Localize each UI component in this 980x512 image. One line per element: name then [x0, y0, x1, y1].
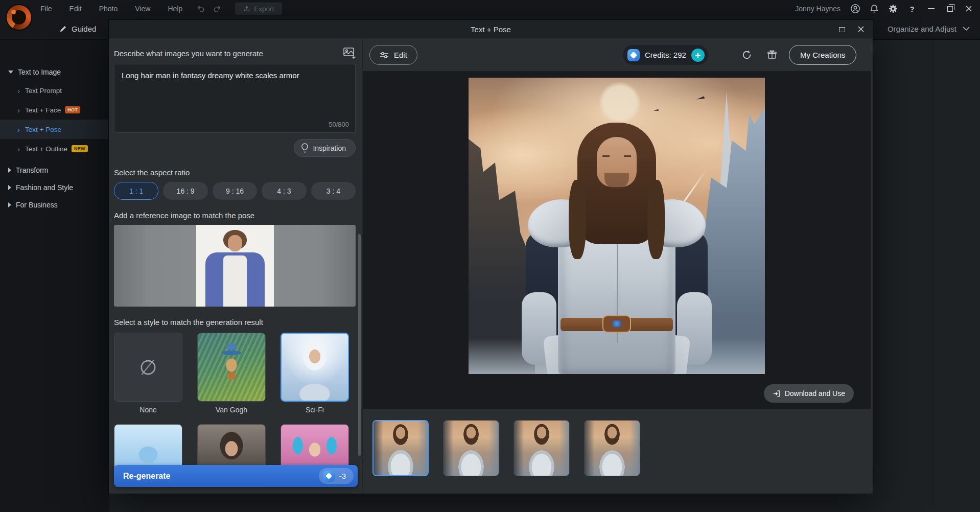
settings-gear-icon[interactable]: [888, 4, 898, 14]
style-name: Van Gogh: [197, 406, 266, 414]
add-credits-button[interactable]: +: [691, 49, 705, 62]
item-label: Text Prompt: [25, 87, 62, 95]
style-label: Select a style to match the generation r…: [114, 318, 356, 327]
style-none-art: ∅: [114, 333, 182, 402]
aspect-3-4-button[interactable]: 3 : 4: [311, 182, 356, 200]
text-pose-dialog: Text + Pose Describe what images you wan…: [109, 20, 873, 494]
style-van-gogh-art: [197, 333, 266, 402]
aspect-9-16-button[interactable]: 9 : 16: [213, 182, 257, 200]
dialog-title: Text + Pose: [471, 25, 511, 34]
export-label: Export: [254, 5, 274, 13]
style-options-row: ∅ None Van Gogh Sci-Fi: [114, 333, 356, 414]
menu-view[interactable]: View: [126, 0, 159, 17]
sliders-icon: [380, 52, 389, 59]
undo-icon[interactable]: [194, 3, 207, 14]
organize-label: Organize and Adjust: [888, 25, 956, 33]
export-button[interactable]: Export: [235, 3, 282, 15]
user-name[interactable]: Jonny Haynes: [795, 5, 841, 13]
menu-file[interactable]: File: [32, 0, 61, 17]
redo-icon[interactable]: [211, 3, 224, 14]
inspiration-button[interactable]: Inspiration: [294, 139, 356, 157]
airship-art: [696, 96, 705, 101]
moon-art: [599, 82, 641, 124]
section-label: Text to Image: [18, 68, 61, 76]
menu-help[interactable]: Help: [159, 0, 191, 17]
result-thumbnail-3[interactable]: [514, 420, 570, 476]
dialog-close-icon[interactable]: [857, 26, 865, 33]
dialog-titlebar[interactable]: Text + Pose: [109, 20, 873, 38]
pose-reference-image[interactable]: [114, 225, 356, 307]
regenerate-button[interactable]: Re-generate -3: [114, 465, 358, 487]
knight-hair-lock-art: [569, 180, 586, 259]
thumbnail-art: [444, 421, 499, 476]
prompt-label: Describe what images you want to generat…: [114, 49, 263, 58]
thumbnail-art: [514, 421, 569, 476]
credits-pill[interactable]: Credits: 292 +: [623, 45, 708, 65]
airship-art: [654, 109, 659, 112]
menubar-right: Jonny Haynes ?: [795, 0, 974, 17]
preview-stage: Download and Use: [363, 71, 871, 409]
left-sidebar: Text to Image › Text Prompt › Text + Fac…: [0, 40, 109, 512]
pose-photo: [196, 225, 274, 307]
help-icon[interactable]: ?: [907, 4, 917, 14]
style-name: None: [114, 406, 182, 414]
triangle-right-icon: [8, 168, 11, 173]
sidebar-section-for-business[interactable]: For Business: [0, 196, 109, 214]
regenerate-cost: -3: [319, 468, 354, 484]
credit-gem-icon: [627, 49, 640, 61]
triangle-down-icon: [8, 71, 13, 74]
thumbnail-art: [585, 421, 640, 476]
window-close-button[interactable]: [964, 4, 974, 14]
notifications-bell-icon[interactable]: [869, 4, 879, 14]
download-and-use-button[interactable]: Download and Use: [764, 384, 854, 403]
menu-edit[interactable]: Edit: [61, 0, 90, 17]
pose-figure-face: [228, 235, 242, 251]
sidebar-item-text-outline[interactable]: › Text + Outline NEW: [0, 139, 109, 158]
prompt-input[interactable]: Long hair man in fantasy dreamy white sc…: [114, 64, 355, 132]
sidebar-section-text-to-image[interactable]: Text to Image: [0, 63, 109, 81]
download-label: Download and Use: [785, 389, 845, 398]
pencil-icon: [59, 25, 67, 33]
style-card-van-gogh[interactable]: Van Gogh: [197, 333, 266, 414]
sidebar-section-transform[interactable]: Transform: [0, 161, 109, 179]
aspect-1-1-button[interactable]: 1 : 1: [114, 182, 158, 200]
menu-photo[interactable]: Photo: [90, 0, 127, 17]
sidebar-section-fashion-and-style[interactable]: Fashion and Style: [0, 179, 109, 196]
window-minimize-button[interactable]: [926, 4, 936, 14]
sidebar-item-text-prompt[interactable]: › Text Prompt: [0, 81, 109, 100]
app-logo[interactable]: [7, 5, 31, 30]
style-card-none[interactable]: ∅ None: [114, 333, 182, 414]
account-avatar-icon[interactable]: [850, 4, 860, 14]
triangle-right-icon: [8, 185, 11, 190]
gift-icon[interactable]: [765, 48, 779, 61]
chevron-down-icon: [963, 27, 970, 31]
sidebar-item-text-pose[interactable]: › Text + Pose: [0, 120, 109, 139]
edit-button[interactable]: Edit: [369, 45, 417, 65]
dialog-maximize-button[interactable]: [839, 25, 845, 34]
char-count: 50/800: [329, 121, 349, 128]
aspect-16-9-button[interactable]: 16 : 9: [163, 182, 207, 200]
app-menubar: File Edit Photo View Help Export Jonny H…: [0, 0, 980, 17]
result-thumbnail-2[interactable]: [443, 420, 499, 476]
guided-tab[interactable]: Guided: [59, 22, 96, 35]
style-card-sci-fi[interactable]: Sci-Fi: [281, 333, 349, 414]
export-icon: [243, 5, 250, 12]
window-restore-button[interactable]: [945, 4, 955, 14]
my-creations-button[interactable]: My Creations: [789, 45, 856, 65]
panel-scrollbar[interactable]: [358, 234, 361, 456]
inspiration-label: Inspiration: [313, 144, 346, 152]
refresh-icon[interactable]: [740, 48, 753, 61]
item-label: Text + Pose: [25, 126, 61, 133]
style-sci-fi-art: [281, 333, 349, 402]
section-label: Transform: [16, 166, 48, 174]
regenerate-label: Re-generate: [123, 472, 170, 481]
result-thumbnail-4[interactable]: [584, 420, 640, 476]
download-icon: [773, 390, 780, 398]
prompt-box: Long hair man in fantasy dreamy white sc…: [114, 64, 356, 133]
sidebar-item-text-face[interactable]: › Text + Face HOT: [0, 100, 109, 120]
generation-settings-panel: Describe what images you want to generat…: [109, 38, 363, 494]
result-thumbnail-1[interactable]: [372, 420, 429, 476]
organize-and-adjust-dropdown[interactable]: Organize and Adjust: [888, 22, 970, 35]
aspect-4-3-button[interactable]: 4 : 3: [262, 182, 306, 200]
add-image-icon[interactable]: [343, 48, 356, 59]
